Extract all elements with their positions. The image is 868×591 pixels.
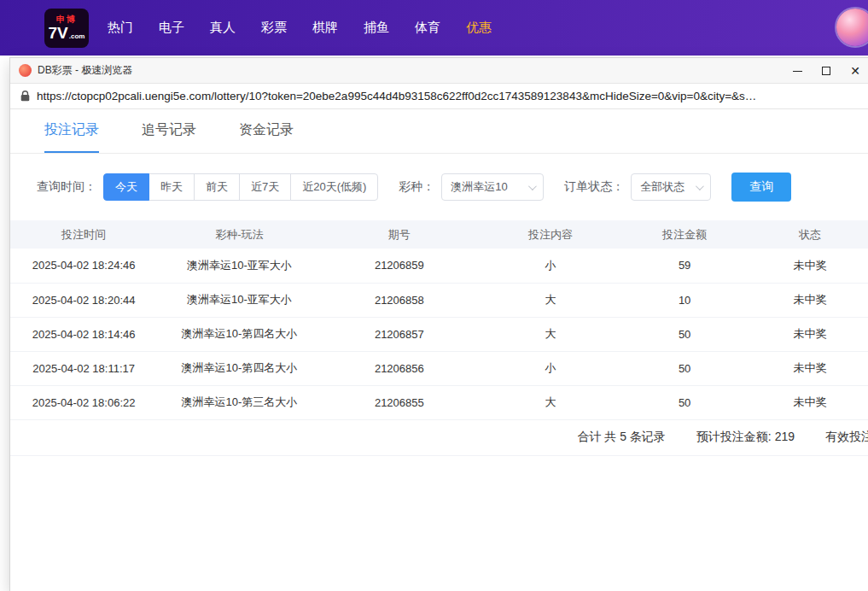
- summary-estimated-amount: 预计投注金额: 219: [696, 430, 795, 445]
- table-row: 2025-04-02 18:06:22澳洲幸运10-第三名大小21206855大…: [10, 385, 868, 419]
- time-filter-button[interactable]: 近20天(低频): [290, 173, 378, 201]
- close-icon: ✕: [850, 65, 860, 77]
- table-cell: 21206857: [322, 317, 477, 351]
- table-cell: 澳洲幸运10-第四名大小: [157, 317, 321, 351]
- minimize-button[interactable]: [783, 59, 812, 83]
- user-avatar[interactable]: [836, 9, 868, 46]
- table-row: 2025-04-02 18:11:17澳洲幸运10-第四名大小21206856小…: [10, 351, 868, 385]
- tab-bar: 投注记录追号记录资金记录: [10, 109, 868, 154]
- search-button[interactable]: 查询: [731, 173, 791, 202]
- table-cell: 澳洲幸运10-第三名大小: [157, 385, 321, 419]
- table-cell: 未中奖: [745, 317, 868, 351]
- table-cell: 未中奖: [745, 249, 868, 283]
- table-cell: 澳洲幸运10-亚军大小: [157, 283, 321, 317]
- time-filter-button[interactable]: 前天: [194, 173, 240, 201]
- table-header-row: 投注时间彩种-玩法期号投注内容投注金额状态: [10, 220, 868, 249]
- browser-window: DB彩票 - 极速浏览器 ✕ https://ctopcp02pcali.uen…: [10, 58, 868, 591]
- tab[interactable]: 资金记录: [239, 109, 294, 153]
- table-cell: 21206856: [322, 351, 477, 385]
- table-cell: 小: [477, 351, 624, 385]
- window-title: DB彩票 - 极速浏览器: [38, 63, 132, 78]
- nav-item[interactable]: 捕鱼: [364, 20, 389, 36]
- table-cell: 未中奖: [745, 283, 868, 317]
- nav-item[interactable]: 棋牌: [312, 20, 338, 36]
- nav-item[interactable]: 真人: [210, 20, 236, 36]
- table-cell: 大: [477, 317, 624, 351]
- table-row: 2025-04-02 18:24:46澳洲幸运10-亚军大小21206859小5…: [10, 249, 868, 283]
- table-cell: 50: [624, 351, 745, 385]
- table-body: 2025-04-02 18:24:46澳洲幸运10-亚军大小21206859小5…: [10, 249, 868, 419]
- table-cell: 10: [624, 283, 745, 317]
- table-cell: 澳洲幸运10-第四名大小: [157, 351, 321, 385]
- table-cell: 澳洲幸运10-亚军大小: [157, 249, 321, 283]
- column-header: 投注时间: [10, 220, 157, 249]
- logo-7v: 7V: [49, 25, 68, 41]
- column-header: 状态: [745, 220, 868, 249]
- close-button[interactable]: ✕: [841, 59, 868, 83]
- nav-item[interactable]: 热门: [108, 20, 133, 36]
- site-logo[interactable]: 申博 7V.com: [44, 9, 89, 48]
- table-row: 2025-04-02 18:20:44澳洲幸运10-亚军大小21206858大1…: [10, 283, 868, 317]
- table-cell: 2025-04-02 18:24:46: [10, 249, 157, 283]
- time-filter-button[interactable]: 昨天: [149, 173, 195, 201]
- tab[interactable]: 追号记录: [142, 109, 196, 153]
- time-filter-group: 今天昨天前天近7天近20天(低频): [103, 173, 378, 201]
- maximize-icon: [822, 67, 830, 75]
- nav-item[interactable]: 体育: [415, 20, 440, 36]
- chevron-down-icon: [696, 182, 704, 190]
- table-cell: 21206855: [322, 385, 477, 419]
- tab[interactable]: 投注记录: [44, 109, 99, 153]
- time-filter-button[interactable]: 今天: [103, 173, 149, 201]
- logo-main-text: 7V.com: [49, 25, 85, 41]
- url-text: https://ctopcp02pcali.uengi5e.com/lotter…: [37, 90, 756, 102]
- site-header: 申博 7V.com 热门电子真人彩票棋牌捕鱼体育优惠: [0, 0, 868, 56]
- summary-row: 合计 共 5 条记录 预计投注金额: 219 有效投注: [10, 420, 868, 456]
- lottery-select-value: 澳洲幸运10: [451, 179, 507, 195]
- table-cell: 未中奖: [745, 351, 868, 385]
- column-header: 彩种-玩法: [157, 220, 321, 249]
- table-row: 2025-04-02 18:14:46澳洲幸运10-第四名大小21206857大…: [10, 317, 868, 351]
- maximize-button[interactable]: [812, 59, 841, 83]
- bet-records-table: 投注时间彩种-玩法期号投注内容投注金额状态 2025-04-02 18:24:4…: [10, 220, 868, 420]
- nav-item[interactable]: 电子: [159, 20, 184, 36]
- summary-total: 合计 共 5 条记录: [577, 430, 665, 445]
- table-cell: 2025-04-02 18:14:46: [10, 317, 157, 351]
- nav-item[interactable]: 优惠: [466, 20, 492, 36]
- time-filter-button[interactable]: 近7天: [239, 173, 291, 201]
- table-cell: 50: [624, 317, 745, 351]
- table-cell: 2025-04-02 18:11:17: [10, 351, 157, 385]
- status-filter-label: 订单状态：: [564, 179, 624, 195]
- table-cell: 21206859: [322, 249, 477, 283]
- chevron-down-icon: [528, 182, 537, 190]
- minimize-icon: [793, 71, 802, 72]
- table-cell: 大: [477, 283, 624, 317]
- window-title-bar[interactable]: DB彩票 - 极速浏览器 ✕: [10, 58, 868, 84]
- column-header: 投注内容: [477, 220, 624, 249]
- address-bar[interactable]: https://ctopcp02pcali.uengi5e.com/lotter…: [10, 84, 868, 109]
- main-nav: 热门电子真人彩票棋牌捕鱼体育优惠: [108, 20, 492, 36]
- table-cell: 50: [624, 385, 745, 419]
- filter-bar: 查询时间： 今天昨天前天近7天近20天(低频) 彩种： 澳洲幸运10 订单状态：…: [37, 173, 868, 202]
- table-cell: 未中奖: [745, 385, 868, 419]
- status-select-value: 全部状态: [640, 179, 684, 195]
- nav-item[interactable]: 彩票: [261, 20, 287, 36]
- table-cell: 大: [477, 385, 624, 419]
- column-header: 投注金额: [624, 220, 745, 249]
- column-header: 期号: [322, 220, 477, 249]
- table-cell: 2025-04-02 18:06:22: [10, 385, 157, 419]
- lottery-select[interactable]: 澳洲幸运10: [441, 173, 544, 201]
- time-filter-label: 查询时间：: [37, 179, 96, 195]
- browser-tab-icon: [19, 64, 32, 77]
- table-cell: 2025-04-02 18:20:44: [10, 283, 157, 317]
- table-cell: 21206858: [322, 283, 477, 317]
- table-cell: 小: [477, 249, 624, 283]
- summary-valid-amount: 有效投注: [825, 430, 868, 445]
- lottery-filter-label: 彩种：: [399, 179, 434, 195]
- status-select[interactable]: 全部状态: [631, 173, 711, 201]
- window-controls: ✕: [783, 58, 868, 84]
- lock-icon: [20, 91, 30, 102]
- logo-com: .com: [69, 33, 85, 40]
- table-cell: 59: [624, 249, 745, 283]
